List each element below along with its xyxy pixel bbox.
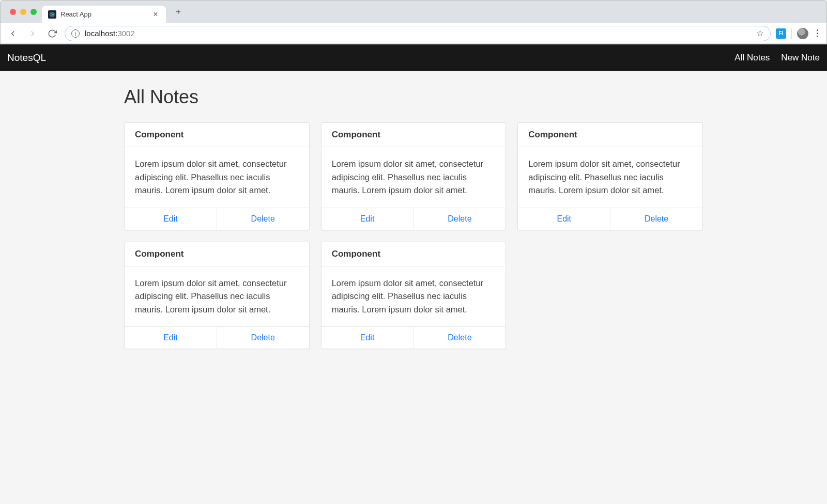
browser-chrome: React App × + i localhost:3002 ☆ FI xyxy=(0,0,827,44)
window-close-button[interactable] xyxy=(10,9,16,15)
edit-button[interactable]: Edit xyxy=(321,208,414,230)
reload-button[interactable] xyxy=(45,26,59,41)
window-maximize-button[interactable] xyxy=(30,9,37,15)
note-card-actions: EditDelete xyxy=(125,326,309,349)
window-minimize-button[interactable] xyxy=(20,9,26,15)
note-card-title: Component xyxy=(518,123,702,147)
nav-link-new-note[interactable]: New Note xyxy=(781,53,820,63)
delete-button[interactable]: Delete xyxy=(217,208,309,230)
note-card-title: Component xyxy=(321,123,506,147)
note-card: ComponentLorem ipsum dolor sit amet, con… xyxy=(124,242,310,350)
delete-button[interactable]: Delete xyxy=(414,327,506,349)
note-card-title: Component xyxy=(125,242,309,266)
note-card: ComponentLorem ipsum dolor sit amet, con… xyxy=(321,122,507,230)
window-controls xyxy=(6,9,42,15)
note-card-body: Lorem ipsum dolor sit amet, consectetur … xyxy=(321,266,506,327)
note-card-title: Component xyxy=(321,242,506,266)
tab-strip: React App × + xyxy=(1,1,826,23)
edit-button[interactable]: Edit xyxy=(518,208,610,230)
delete-button[interactable]: Delete xyxy=(610,208,702,230)
toolbar-divider xyxy=(791,28,792,39)
app-navbar: NotesQL All Notes New Note xyxy=(0,44,827,71)
react-favicon-icon xyxy=(48,10,56,19)
nav-link-all-notes[interactable]: All Notes xyxy=(734,53,770,63)
profile-avatar[interactable] xyxy=(797,28,808,39)
site-info-icon[interactable]: i xyxy=(71,29,80,38)
extension-icon[interactable]: FI xyxy=(776,28,786,39)
note-card: ComponentLorem ipsum dolor sit amet, con… xyxy=(321,242,507,350)
address-bar[interactable]: i localhost:3002 ☆ xyxy=(65,26,771,41)
url-text: localhost:3002 xyxy=(85,29,135,38)
note-card-actions: EditDelete xyxy=(125,208,309,230)
tab-title: React App xyxy=(60,10,147,18)
brand-logo[interactable]: NotesQL xyxy=(7,52,46,64)
delete-button[interactable]: Delete xyxy=(217,327,309,349)
tab-close-button[interactable]: × xyxy=(151,10,160,19)
note-card: ComponentLorem ipsum dolor sit amet, con… xyxy=(517,122,703,230)
new-tab-button[interactable]: + xyxy=(171,5,186,19)
note-card-actions: EditDelete xyxy=(518,208,702,230)
note-card-title: Component xyxy=(125,123,309,147)
note-card-body: Lorem ipsum dolor sit amet, consectetur … xyxy=(125,147,309,208)
page-title: All Notes xyxy=(124,86,703,108)
notes-grid: ComponentLorem ipsum dolor sit amet, con… xyxy=(124,122,703,349)
nav-links: All Notes New Note xyxy=(734,53,820,63)
note-card-body: Lorem ipsum dolor sit amet, consectetur … xyxy=(518,147,702,208)
forward-button[interactable] xyxy=(25,26,40,41)
note-card-body: Lorem ipsum dolor sit amet, consectetur … xyxy=(321,147,506,208)
edit-button[interactable]: Edit xyxy=(125,208,217,230)
browser-toolbar: i localhost:3002 ☆ FI xyxy=(1,23,826,44)
svg-point-1 xyxy=(50,13,55,15)
note-card-body: Lorem ipsum dolor sit amet, consectetur … xyxy=(125,266,309,327)
edit-button[interactable]: Edit xyxy=(321,327,414,349)
bookmark-star-icon[interactable]: ☆ xyxy=(756,28,764,39)
edit-button[interactable]: Edit xyxy=(125,327,217,349)
note-card-actions: EditDelete xyxy=(321,208,506,230)
page-content: All Notes ComponentLorem ipsum dolor sit… xyxy=(0,71,827,365)
note-card: ComponentLorem ipsum dolor sit amet, con… xyxy=(124,122,310,230)
browser-menu-button[interactable] xyxy=(814,29,821,37)
note-card-actions: EditDelete xyxy=(321,326,506,349)
back-button[interactable] xyxy=(6,26,20,41)
delete-button[interactable]: Delete xyxy=(414,208,506,230)
browser-tab[interactable]: React App × xyxy=(42,6,166,23)
